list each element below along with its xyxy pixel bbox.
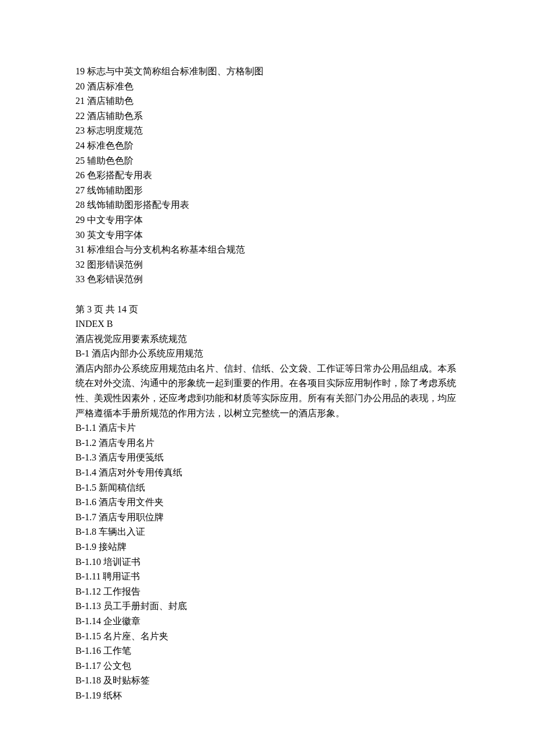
list-item: B-1.15 名片座、名片夹 [75,629,459,644]
list-item: B-1.19 纸杯 [75,688,459,703]
index-b-title: 酒店视觉应用要素系统规范 [75,332,459,347]
list-item: B-1.9 接站牌 [75,539,459,555]
list-item: B-1.10 培训证书 [75,555,459,570]
list-item: 22 酒店辅助色系 [75,109,459,124]
list-item: B-1.14 企业徽章 [75,614,459,629]
blank-line [75,287,459,302]
b1-list: B-1.1 酒店卡片B-1.2 酒店专用名片B-1.3 酒店专用便笺纸B-1.4… [75,420,459,703]
list-item: B-1.16 工作笔 [75,643,459,658]
list-item: 30 英文专用字体 [75,228,459,243]
index-b-label: INDEX B [75,316,459,332]
list-item: 29 中文专用字体 [75,213,459,228]
list-item: B-1.13 员工手册封面、封底 [75,599,459,614]
list-item: 25 辅助色色阶 [75,153,459,168]
list-item: B-1.11 聘用证书 [75,569,459,584]
list-item: B-1.8 车辆出入证 [75,524,459,539]
list-item: 28 线饰辅助图形搭配专用表 [75,197,459,213]
list-item: 24 标准色色阶 [75,138,459,153]
document-page: 19 标志与中英文简称组合标准制图、方格制图20 酒店标准色21 酒店辅助色22… [0,0,534,738]
list-item: 32 图形错误范例 [75,257,459,272]
list-item: 19 标志与中英文简称组合标准制图、方格制图 [75,64,459,79]
list-item: B-1.7 酒店专用职位牌 [75,510,459,525]
list-item: B-1.2 酒店专用名片 [75,435,459,451]
list-item: B-1.12 工作报告 [75,584,459,599]
list-item: B-1.6 酒店专用文件夹 [75,495,459,510]
list-item: B-1.4 酒店对外专用传真纸 [75,465,459,480]
numbered-list: 19 标志与中英文简称组合标准制图、方格制图20 酒店标准色21 酒店辅助色22… [75,64,459,287]
b1-paragraph: 酒店内部办公系统应用规范由名片、信封、信纸、公文袋、工作证等日常办公用品组成。本… [75,361,459,420]
page-number-line: 第 3 页 共 14 页 [75,302,459,317]
list-item: B-1.18 及时贴标签 [75,673,459,688]
b1-heading: B-1 酒店内部办公系统应用规范 [75,346,459,361]
list-item: 26 色彩搭配专用表 [75,168,459,183]
list-item: B-1.17 公文包 [75,658,459,674]
list-item: 33 色彩错误范例 [75,272,459,287]
list-item: 20 酒店标准色 [75,79,459,94]
list-item: 23 标志明度规范 [75,123,459,138]
list-item: B-1.1 酒店卡片 [75,420,459,435]
list-item: 31 标准组合与分支机构名称基本组合规范 [75,242,459,257]
list-item: 27 线饰辅助图形 [75,183,459,198]
list-item: B-1.3 酒店专用便笺纸 [75,450,459,465]
list-item: B-1.5 新闻稿信纸 [75,480,459,495]
list-item: 21 酒店辅助色 [75,93,459,109]
